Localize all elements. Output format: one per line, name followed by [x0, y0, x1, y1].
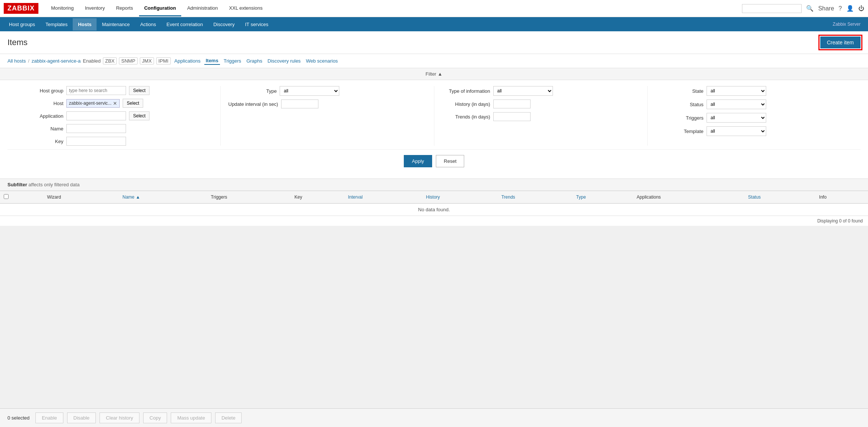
- subnav-actions[interactable]: Actions: [135, 18, 161, 31]
- top-nav-right: 🔍 Share ? 👤 ⏻: [742, 4, 864, 13]
- sort-type[interactable]: Type: [576, 194, 586, 200]
- nav-inventory[interactable]: Inventory: [80, 1, 110, 16]
- tab-items[interactable]: Items: [204, 57, 220, 65]
- th-triggers: Triggers: [207, 191, 291, 204]
- tab-web-scenarios[interactable]: Web scenarios: [304, 57, 339, 64]
- tab-triggers[interactable]: Triggers: [222, 57, 243, 64]
- filter-row-name: Name: [15, 124, 213, 133]
- filter-row-state: State all: [655, 86, 853, 96]
- breadcrumb-host[interactable]: zabbix-agent-service-a: [32, 58, 81, 64]
- table-header-row: Wizard Name ▲ Triggers Key Interval: [0, 191, 868, 204]
- sort-status[interactable]: Status: [748, 194, 761, 200]
- update-interval-input[interactable]: [281, 99, 318, 108]
- filter-row-type-info: Type of information all: [442, 86, 640, 96]
- filter-section: Filter ▲ Host group Select Host zabbix-a…: [0, 68, 868, 179]
- no-data-row: No data found.: [0, 203, 868, 216]
- type-of-info-select[interactable]: all: [493, 86, 553, 96]
- apply-button[interactable]: Apply: [404, 155, 433, 167]
- help-icon[interactable]: ?: [839, 5, 842, 12]
- items-table: Wizard Name ▲ Triggers Key Interval: [0, 191, 868, 216]
- th-history: History: [422, 191, 498, 204]
- th-info: Info: [815, 191, 868, 204]
- host-group-select-button[interactable]: Select: [129, 86, 150, 95]
- subfilter: Subfilter affects only filtered data: [0, 179, 868, 191]
- top-nav: ZABBIX Monitoring Inventory Reports Conf…: [0, 0, 868, 17]
- filter-row-host-group: Host group Select: [15, 86, 213, 95]
- tab-discovery-rules[interactable]: Discovery rules: [266, 57, 302, 64]
- nav-configuration[interactable]: Configuration: [139, 1, 181, 16]
- sort-interval[interactable]: Interval: [348, 194, 362, 200]
- create-item-button[interactable]: Create item: [820, 37, 861, 48]
- nav-reports[interactable]: Reports: [111, 1, 138, 16]
- trends-input[interactable]: [493, 112, 531, 121]
- global-search-input[interactable]: [742, 4, 802, 13]
- name-input[interactable]: [66, 124, 126, 133]
- tab-graphs[interactable]: Graphs: [245, 57, 264, 64]
- subnav-event-correlation[interactable]: Event correlation: [161, 18, 208, 31]
- th-wizard: Wizard: [43, 191, 119, 204]
- badge-jmx: JMX: [140, 57, 154, 64]
- tab-applications[interactable]: Applications: [173, 57, 202, 64]
- host-select-button[interactable]: Select: [123, 99, 143, 108]
- status-label: Status: [655, 102, 704, 107]
- type-of-info-label: Type of information: [442, 88, 490, 94]
- subnav-host-groups[interactable]: Host groups: [4, 18, 40, 31]
- reset-button[interactable]: Reset: [436, 155, 464, 167]
- filter-row-triggers: Triggers all: [655, 113, 853, 123]
- key-input[interactable]: [66, 137, 126, 146]
- type-select[interactable]: all: [280, 86, 339, 96]
- application-input[interactable]: [66, 111, 126, 120]
- no-data-cell: No data found.: [0, 203, 868, 216]
- sort-history[interactable]: History: [426, 194, 440, 200]
- sort-trends[interactable]: Trends: [501, 194, 515, 200]
- filter-col-1: Host group Select Host zabbix-agent-serv…: [7, 86, 221, 146]
- share-label[interactable]: Share: [818, 5, 834, 12]
- host-tag-remove[interactable]: ✕: [113, 101, 117, 106]
- subfilter-description: affects only filtered data: [28, 182, 79, 187]
- th-name: Name ▲: [119, 191, 207, 204]
- history-input[interactable]: [493, 99, 531, 108]
- sort-name[interactable]: Name ▲: [123, 194, 140, 200]
- th-checkbox: [0, 191, 43, 204]
- state-label: State: [655, 88, 704, 94]
- filter-toggle[interactable]: Filter ▲: [0, 68, 868, 80]
- nav-monitoring[interactable]: Monitoring: [46, 1, 79, 16]
- template-select[interactable]: all: [707, 126, 766, 136]
- top-nav-links: Monitoring Inventory Reports Configurati…: [46, 1, 742, 16]
- nav-administration[interactable]: Administration: [182, 1, 223, 16]
- subnav-maintenance[interactable]: Maintenance: [97, 18, 135, 31]
- user-icon[interactable]: 👤: [846, 5, 854, 12]
- subnav-discovery[interactable]: Discovery: [208, 18, 240, 31]
- th-type: Type: [572, 191, 633, 204]
- application-label: Application: [15, 113, 63, 119]
- triggers-select[interactable]: all: [707, 113, 766, 123]
- filter-row-update-interval: Update interval (in sec): [228, 99, 426, 108]
- status-select[interactable]: all: [707, 99, 766, 109]
- filter-col-3: Type of information all History (in days…: [434, 86, 648, 146]
- logo: ZABBIX: [4, 3, 38, 14]
- power-icon[interactable]: ⏻: [858, 5, 864, 12]
- nav-xxl[interactable]: XXL extensions: [224, 1, 268, 16]
- filter-col-2: Type all Update interval (in sec): [221, 86, 434, 146]
- template-label: Template: [655, 129, 704, 134]
- subnav-templates[interactable]: Templates: [40, 18, 73, 31]
- state-select[interactable]: all: [707, 86, 766, 96]
- context-label: Zabbix Server: [833, 22, 864, 27]
- select-all-checkbox[interactable]: [4, 194, 9, 199]
- th-applications: Applications: [633, 191, 745, 204]
- filter-body: Host group Select Host zabbix-agent-serv…: [0, 80, 868, 178]
- badge-snmp: SNMP: [119, 57, 138, 64]
- subnav-it-services[interactable]: IT services: [240, 18, 274, 31]
- search-icon[interactable]: 🔍: [806, 5, 814, 12]
- subnav-hosts[interactable]: Hosts: [73, 18, 97, 31]
- page-header: Items Create item: [0, 31, 868, 54]
- displaying-count: Displaying 0 of 0 found: [0, 216, 868, 226]
- application-select-button[interactable]: Select: [129, 111, 150, 120]
- host-group-input[interactable]: [66, 86, 126, 95]
- update-interval-label: Update interval (in sec): [228, 101, 278, 107]
- filter-row-template: Template all: [655, 126, 853, 136]
- breadcrumb-all-hosts[interactable]: All hosts: [7, 58, 26, 64]
- trends-label: Trends (in days): [442, 114, 490, 120]
- triggers-label: Triggers: [655, 115, 704, 121]
- breadcrumb: All hosts / zabbix-agent-service-a Enabl…: [0, 54, 868, 68]
